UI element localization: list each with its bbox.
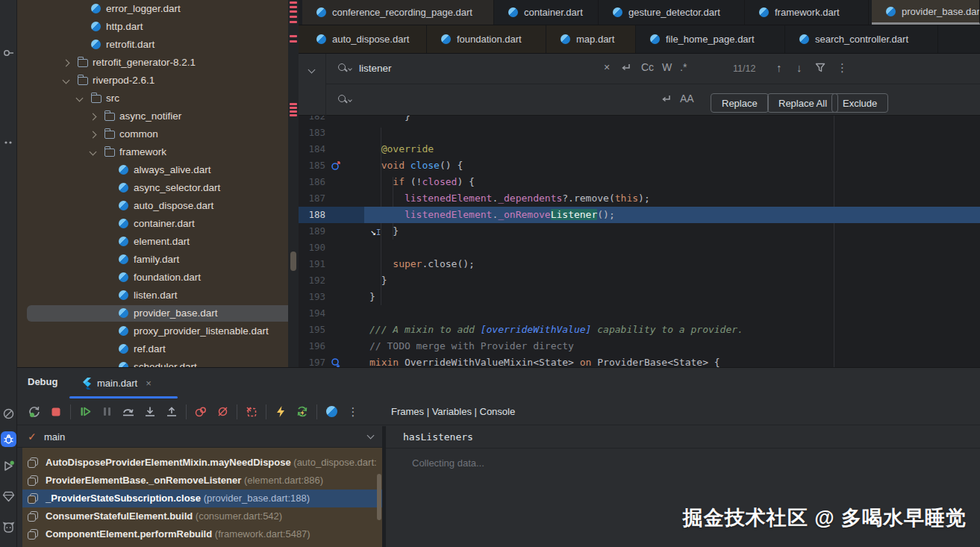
next-match-icon[interactable]: ↓ <box>796 62 802 73</box>
code-line-193[interactable]: 193} <box>299 289 980 305</box>
devtools-icon[interactable] <box>324 404 339 419</box>
code-line-185[interactable]: 185 void close() { <box>299 157 980 174</box>
frame-row[interactable]: ProviderElementBase._onRemoveListener (e… <box>22 472 382 490</box>
code-line-197[interactable]: 197mixin OverrideWithValueMixin<State> o… <box>299 354 980 367</box>
resume-icon[interactable] <box>78 404 93 419</box>
tree-item-element-dart[interactable]: element.dart <box>17 233 288 251</box>
tree-item-retrofit-generator-8-2-1[interactable]: retrofit_generator-8.2.1 <box>17 54 288 72</box>
chevron-down-icon[interactable] <box>76 95 84 102</box>
watch-expression[interactable]: hasListeners <box>403 431 473 443</box>
tree-item-async-notifier[interactable]: async_notifier <box>17 107 288 125</box>
tree-item-always-alive-dart[interactable]: always_alive.dart <box>17 161 288 179</box>
frame-row[interactable]: AutoDisposeProviderElementMixin.mayNeedD… <box>22 454 382 472</box>
code-line-192[interactable]: 192 } <box>299 272 980 289</box>
chevron-down-icon[interactable] <box>90 149 97 156</box>
code-line-195[interactable]: 195/// A mixin to add [overrideWithValue… <box>299 322 980 338</box>
frames-scrollbar-thumb[interactable] <box>377 474 381 520</box>
chevron-right-icon[interactable] <box>90 113 97 121</box>
words-toggle[interactable]: W <box>662 62 672 72</box>
hot-reload-icon[interactable] <box>273 404 288 419</box>
frame-row[interactable]: ComponentElement.performRebuild (framewo… <box>22 525 382 543</box>
rerun-icon[interactable] <box>27 404 42 419</box>
diamond-icon[interactable] <box>1 489 16 504</box>
chevron-down-icon[interactable] <box>63 77 70 84</box>
tree-item-ref-dart[interactable]: ref.dart <box>17 340 288 358</box>
tree-item-async-selector-dart[interactable]: async_selector.dart <box>17 179 288 197</box>
remove-breakpoints-icon[interactable] <box>244 404 259 419</box>
frame-row[interactable]: _ProviderStateSubscription.close (provid… <box>22 490 382 507</box>
debug-views-label[interactable]: Frames | Variables | Console <box>391 406 515 417</box>
code-line-183[interactable]: 183 <box>299 125 980 141</box>
collapse-search-icon[interactable] <box>308 66 316 74</box>
newline-icon[interactable] <box>620 63 631 72</box>
tree-item-src[interactable]: src <box>17 90 288 107</box>
tab-framework-dart[interactable]: framework.dart <box>745 0 869 25</box>
replace-icon[interactable] <box>338 95 349 105</box>
tab-auto-dispose-dart[interactable]: auto_dispose.dart <box>302 25 427 53</box>
override-marker-icon[interactable] <box>331 160 341 171</box>
chevron-right-icon[interactable] <box>90 131 97 139</box>
code-line-188[interactable]: 188 listenedElement._onRemoveListener(); <box>299 207 980 223</box>
view-breakpoints-icon[interactable] <box>193 404 208 419</box>
tree-item-scheduler-dart[interactable]: scheduler.dart <box>17 358 288 367</box>
tree-scrollbar[interactable] <box>288 0 299 367</box>
tab-gesture-detector-dart[interactable]: gesture_detector.dart <box>599 0 745 25</box>
tree-item-auto-dispose-dart[interactable]: auto_dispose.dart <box>17 197 288 215</box>
tree-item-error-logger-dart[interactable]: error_logger.dart <box>17 0 288 18</box>
tree-item-listen-dart[interactable]: listen.dart <box>17 287 288 304</box>
pause-icon[interactable] <box>99 404 114 419</box>
tab-conference-recording-page-dart[interactable]: conference_recording_page.dart <box>302 0 494 25</box>
mute-breakpoints-icon[interactable] <box>215 404 230 419</box>
code-line-190[interactable]: 190 <box>299 240 980 256</box>
tab-provider-base-dart[interactable]: provider_base.dart <box>872 0 980 25</box>
more-icon[interactable]: ⋮ <box>346 404 361 419</box>
code-line-187[interactable]: 187 listenedElement._dependents?.remove(… <box>299 190 980 207</box>
close-session-tab-icon[interactable]: × <box>146 378 152 389</box>
tree-scrollbar-thumb[interactable] <box>290 251 296 271</box>
tree-item-retrofit-dart[interactable]: retrofit.dart <box>17 36 288 54</box>
more-options-icon[interactable]: ⋮ <box>837 62 848 73</box>
chevron-right-icon[interactable] <box>63 60 70 67</box>
tree-item-riverpod-2-6-1[interactable]: riverpod-2.6.1 <box>17 72 288 90</box>
code-line-196[interactable]: 196// TODO merge with Provider directy <box>299 338 980 354</box>
step-out-icon[interactable] <box>164 404 179 419</box>
replace-newline-icon[interactable] <box>661 94 672 104</box>
code-line-191[interactable]: 191 super.close(); <box>299 256 980 272</box>
implementations-marker-icon[interactable] <box>331 357 341 367</box>
tree-item-family-dart[interactable]: family.dart <box>17 251 288 269</box>
code-line-184[interactable]: 184 @override <box>299 141 980 157</box>
tab-container-dart[interactable]: container.dart <box>494 0 599 25</box>
tab-map-dart[interactable]: map.dart <box>546 25 636 53</box>
tree-item-proxy-provider-listenable-dart[interactable]: proxy_provider_listenable.dart <box>17 322 288 340</box>
tab-search-controller-dart[interactable]: search_controller.dart <box>785 25 938 53</box>
code-editor[interactable]: 182 }183184 @override185 void close() {1… <box>299 108 980 367</box>
step-over-icon[interactable] <box>121 404 136 419</box>
frame-row-partial[interactable] <box>22 543 382 547</box>
prev-match-icon[interactable]: ↑ <box>776 62 782 73</box>
tree-item-foundation-dart[interactable]: foundation.dart <box>17 269 288 287</box>
hot-restart-icon[interactable] <box>295 404 310 419</box>
stop-icon[interactable] <box>49 404 63 419</box>
preserve-case-toggle[interactable]: AA <box>680 93 694 104</box>
code-line-194[interactable]: 194 <box>299 305 980 322</box>
filter-icon[interactable] <box>815 63 825 72</box>
tree-item-provider-base-dart[interactable]: provider_base.dart <box>17 304 288 322</box>
slashed-circle-icon[interactable] <box>1 406 16 422</box>
regex-toggle[interactable]: .* <box>680 62 687 72</box>
tab-file-home-page-dart[interactable]: file_home_page.dart <box>636 25 785 53</box>
code-line-189[interactable]: 189 } <box>299 223 980 240</box>
debug-icon[interactable] <box>1 431 16 447</box>
step-into-icon[interactable] <box>143 404 157 419</box>
replace-all-button[interactable]: Replace All <box>767 93 838 113</box>
exclude-button[interactable]: Exclude <box>831 93 888 113</box>
search-input[interactable]: listener <box>359 63 392 74</box>
debug-session-tab[interactable]: main.dart × <box>69 368 178 398</box>
tree-item-framework[interactable]: framework <box>17 143 288 161</box>
tree-item-container-dart[interactable]: container.dart <box>17 215 288 233</box>
code-line-186[interactable]: 186 if (!closed) { <box>299 174 980 190</box>
replace-button[interactable]: Replace <box>711 93 769 113</box>
match-case-toggle[interactable]: Cc <box>641 62 654 72</box>
more-tool-windows-icon[interactable] <box>1 134 16 150</box>
copilot-cat-icon[interactable] <box>1 519 16 535</box>
search-icon[interactable] <box>338 63 349 74</box>
